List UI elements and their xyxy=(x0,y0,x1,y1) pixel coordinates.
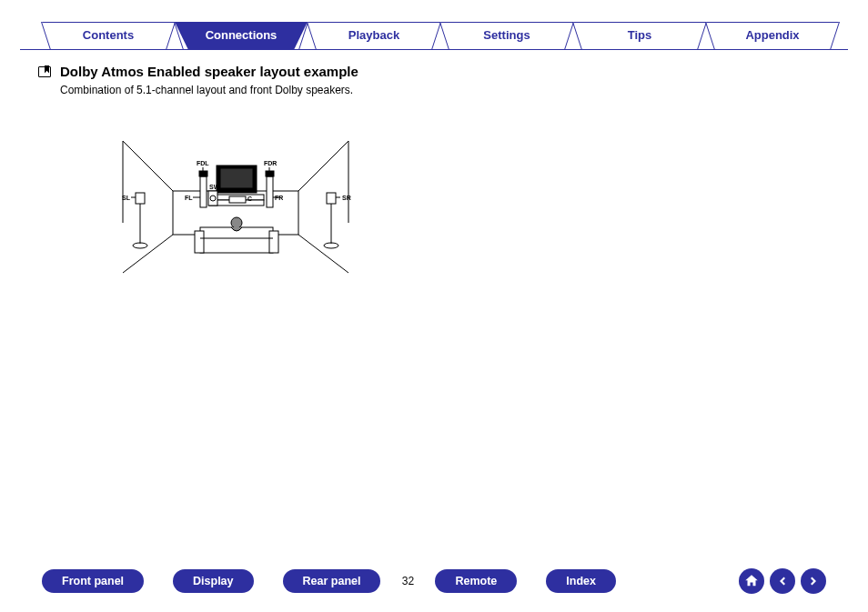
tab-label: Contents xyxy=(83,28,134,42)
tab-label: Appendix xyxy=(745,28,799,42)
label-fdl: FDL xyxy=(197,160,209,166)
pill-label: Index xyxy=(566,575,596,587)
nav-index[interactable]: Index xyxy=(546,569,616,593)
svg-rect-15 xyxy=(136,193,145,204)
svg-rect-20 xyxy=(195,231,204,253)
label-sr: SR xyxy=(342,195,351,201)
tab-label: Tips xyxy=(628,28,652,42)
tab-playback[interactable]: Playback xyxy=(308,22,440,49)
tab-settings[interactable]: Settings xyxy=(440,22,573,49)
arrow-left-icon[interactable] xyxy=(770,568,795,594)
arrow-right-icon[interactable] xyxy=(801,568,826,594)
page-subtitle: Combination of 5.1-channel layout and fr… xyxy=(60,84,358,96)
svg-line-0 xyxy=(123,235,173,273)
tab-connections[interactable]: Connections xyxy=(175,22,308,49)
tab-label: Connections xyxy=(206,28,278,42)
label-fr: FR xyxy=(275,195,283,201)
svg-line-1 xyxy=(298,235,348,273)
tab-label: Playback xyxy=(348,28,399,42)
bottom-nav: Front panel Display Rear panel 32 Remote… xyxy=(42,568,826,594)
svg-rect-6 xyxy=(200,176,207,207)
nav-remote[interactable]: Remote xyxy=(435,569,517,593)
nav-front-panel[interactable]: Front panel xyxy=(42,569,144,593)
label-sw: SW xyxy=(209,184,220,190)
bookmark-icon xyxy=(38,66,51,77)
svg-rect-3 xyxy=(220,168,253,188)
pill-label: Display xyxy=(193,575,233,587)
svg-rect-12 xyxy=(229,196,246,203)
page-number: 32 xyxy=(380,575,435,587)
label-fdr: FDR xyxy=(264,160,277,166)
section-heading: Dolby Atmos Enabled speaker layout examp… xyxy=(38,64,358,96)
speaker-layout-diagram: SL SR FL FR FDL FDR SW C xyxy=(118,136,353,282)
pill-label: Rear panel xyxy=(303,575,361,587)
tab-label: Settings xyxy=(483,28,530,42)
tab-tips[interactable]: Tips xyxy=(573,22,706,49)
label-c: C xyxy=(247,196,252,202)
top-tabs: Contents Connections Playback Settings T… xyxy=(42,22,839,49)
tab-appendix[interactable]: Appendix xyxy=(706,22,839,49)
home-icon[interactable] xyxy=(739,568,764,594)
tab-underline xyxy=(20,49,848,50)
svg-point-23 xyxy=(231,217,242,228)
pill-label: Front panel xyxy=(62,575,124,587)
svg-rect-21 xyxy=(269,231,278,253)
nav-display[interactable]: Display xyxy=(173,569,253,593)
label-fl: FL xyxy=(185,195,193,201)
svg-rect-18 xyxy=(327,193,336,204)
svg-rect-8 xyxy=(199,171,207,176)
svg-rect-7 xyxy=(267,176,273,207)
tab-contents[interactable]: Contents xyxy=(42,22,175,49)
label-sl: SL xyxy=(122,195,131,201)
pill-label: Remote xyxy=(455,575,497,587)
svg-rect-9 xyxy=(266,171,274,176)
nav-rear-panel[interactable]: Rear panel xyxy=(283,569,381,593)
page-title: Dolby Atmos Enabled speaker layout examp… xyxy=(60,64,358,79)
